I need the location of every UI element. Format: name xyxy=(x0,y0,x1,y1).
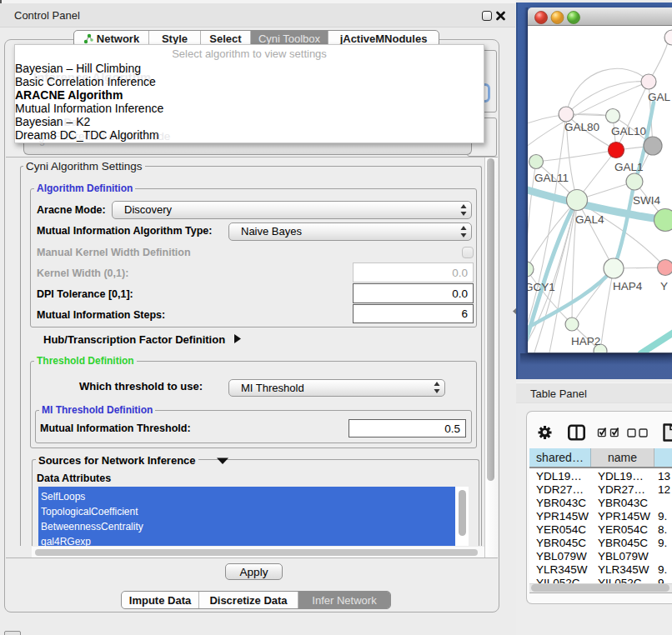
svg-text:HAP2: HAP2 xyxy=(571,335,600,348)
svg-text:GCY1: GCY1 xyxy=(528,281,555,293)
svg-text:SWI4: SWI4 xyxy=(633,194,660,207)
svg-text:GAL: GAL xyxy=(648,91,671,103)
svg-text:GAL11: GAL11 xyxy=(534,172,569,184)
svg-text:Y: Y xyxy=(660,280,668,292)
svg-text:GAL10: GAL10 xyxy=(611,125,646,138)
svg-text:GAL80: GAL80 xyxy=(564,121,599,133)
svg-text:GAL4: GAL4 xyxy=(575,213,604,226)
svg-text:GAL1: GAL1 xyxy=(614,161,644,173)
svg-text:HAP4: HAP4 xyxy=(613,280,643,292)
